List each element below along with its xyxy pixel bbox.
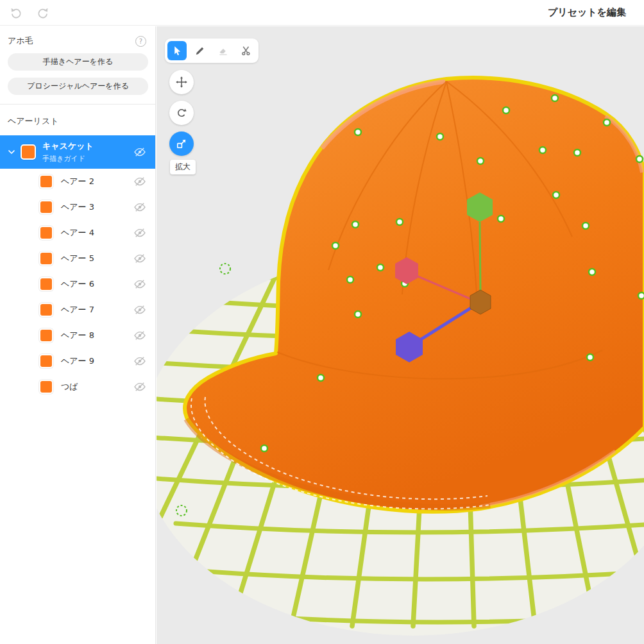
hair-color-swatch[interactable] (39, 277, 53, 291)
hair-item-label: ヘアー 8 (61, 330, 133, 341)
move-tool-button[interactable] (169, 70, 194, 94)
hair-group-row-selected[interactable]: キャスケット 手描きガイド (0, 135, 155, 169)
redo-button[interactable] (35, 4, 51, 21)
hair-color-swatch[interactable] (39, 200, 53, 214)
redo-icon (36, 6, 50, 20)
hair-color-swatch[interactable] (39, 380, 53, 394)
hair-color-swatch[interactable] (39, 354, 53, 368)
hair-group-title: キャスケット (42, 140, 133, 152)
hair-item-label: ヘアー 9 (61, 355, 133, 367)
edit-tool-palette (165, 38, 258, 63)
hair-item-label: つば (61, 381, 133, 393)
visibility-off-icon[interactable] (133, 303, 146, 316)
create-procedural-hair-button[interactable]: プロシージャルヘアーを作る (8, 78, 148, 95)
visibility-off-icon[interactable] (133, 146, 146, 158)
undo-button[interactable] (8, 4, 24, 21)
scale-tool-button[interactable] (169, 131, 194, 156)
page-title: プリセットを編集 (548, 6, 644, 19)
ahoge-section-label: アホ毛 (8, 35, 135, 47)
cursor-icon (171, 44, 183, 57)
sidebar: アホ毛 ? 手描きヘアーを作る プロシージャルヘアーを作る ヘアーリスト キャス… (0, 26, 156, 644)
visibility-off-icon[interactable] (133, 380, 146, 393)
hair-item-label: ヘアー 6 (61, 278, 133, 290)
visibility-off-icon[interactable] (133, 252, 146, 265)
hair-color-swatch[interactable] (39, 328, 53, 343)
hair-color-swatch[interactable] (39, 226, 53, 240)
scale-tooltip: 拡大 (170, 160, 196, 174)
hair-color-swatch[interactable] (39, 251, 53, 266)
hair-color-swatch[interactable] (39, 174, 53, 189)
hair-item-label: ヘアー 4 (61, 227, 133, 239)
hair-group-subtitle: 手描きガイド (42, 154, 133, 164)
hair-color-swatch[interactable] (39, 303, 53, 317)
rotate-tool-button[interactable] (169, 101, 194, 125)
move-icon (175, 76, 188, 89)
create-handdrawn-hair-button[interactable]: 手描きヘアーを作る (8, 53, 148, 71)
hair-item-label: ヘアー 3 (61, 201, 133, 213)
hair-list-item[interactable]: ヘアー 7 (0, 297, 155, 323)
chevron-down-icon[interactable] (6, 147, 17, 157)
visibility-off-icon[interactable] (133, 201, 146, 214)
hair-list-item[interactable]: つば (0, 374, 155, 400)
history-controls (0, 4, 51, 21)
eraser-icon (217, 44, 230, 57)
scissors-icon (240, 44, 253, 57)
hair-item-label: ヘアー 2 (61, 176, 133, 187)
viewport-3d[interactable]: 拡大 (157, 26, 644, 644)
scene-render[interactable] (157, 26, 644, 644)
visibility-off-icon[interactable] (133, 329, 146, 342)
hair-list-item[interactable]: ヘアー 5 (0, 246, 155, 271)
undo-icon (9, 6, 23, 20)
visibility-off-icon[interactable] (133, 278, 146, 291)
hair-color-swatch[interactable] (21, 144, 36, 160)
hair-list-item[interactable]: ヘアー 3 (0, 194, 155, 220)
cut-tool-button[interactable] (237, 41, 256, 60)
hair-item-label: ヘアー 5 (61, 253, 133, 264)
help-icon[interactable]: ? (135, 36, 146, 47)
pen-tool-button[interactable] (191, 41, 210, 60)
hair-list-item[interactable]: ヘアー 9 (0, 348, 155, 374)
select-tool-button[interactable] (167, 41, 187, 60)
eraser-tool-button[interactable] (214, 41, 233, 60)
visibility-off-icon[interactable] (133, 355, 146, 368)
visibility-off-icon[interactable] (133, 226, 146, 239)
hair-list-label: ヘアーリスト (0, 105, 155, 135)
hair-item-label: ヘアー 7 (61, 304, 133, 316)
visibility-off-icon[interactable] (133, 175, 146, 188)
topbar: プリセットを編集 (0, 0, 644, 26)
hair-list-item[interactable]: ヘアー 2 (0, 169, 155, 194)
rotate-icon (175, 106, 188, 119)
hair-list-item[interactable]: ヘアー 4 (0, 220, 155, 246)
scale-icon (175, 137, 188, 150)
hair-list-item[interactable]: ヘアー 6 (0, 271, 155, 297)
hair-list-item[interactable]: ヘアー 8 (0, 323, 155, 348)
pencil-icon (194, 44, 207, 57)
